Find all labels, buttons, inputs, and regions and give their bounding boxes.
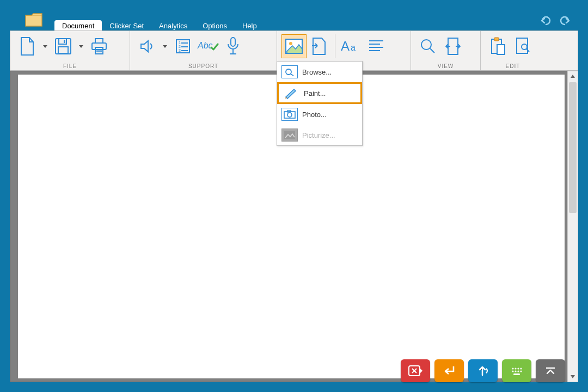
photo-icon bbox=[281, 108, 298, 121]
dropdown-item-paint[interactable]: Paint... bbox=[277, 82, 362, 104]
svg-rect-1 bbox=[59, 39, 66, 44]
scroll-thumb[interactable] bbox=[569, 82, 577, 213]
svg-rect-3 bbox=[64, 40, 65, 43]
group-label-support: SUPPORT bbox=[130, 63, 277, 69]
dropdown-item-browse[interactable]: Browse... bbox=[277, 62, 362, 82]
svg-text:Abc: Abc bbox=[197, 41, 213, 50]
scroll-down-button[interactable] bbox=[568, 372, 578, 382]
svg-rect-32 bbox=[494, 38, 499, 41]
svg-line-44 bbox=[412, 369, 416, 373]
app-folder-icon[interactable] bbox=[25, 12, 42, 27]
svg-point-52 bbox=[514, 370, 516, 372]
svg-rect-42 bbox=[284, 131, 295, 139]
enter-button[interactable] bbox=[434, 359, 464, 382]
keyboard-button[interactable] bbox=[502, 359, 531, 382]
spellcheck-button[interactable]: Abc bbox=[195, 34, 220, 58]
action-bar bbox=[401, 359, 565, 382]
svg-point-54 bbox=[520, 370, 522, 372]
title-bar: Document Clicker Set Analytics Options H… bbox=[0, 0, 588, 30]
svg-text:3: 3 bbox=[179, 48, 181, 52]
dropdown-item-photo[interactable]: Photo... bbox=[277, 104, 362, 125]
svg-text:A: A bbox=[341, 39, 350, 53]
svg-point-35 bbox=[522, 44, 527, 50]
list-button[interactable]: 123 bbox=[170, 34, 195, 58]
svg-rect-4 bbox=[95, 39, 103, 43]
svg-point-51 bbox=[512, 370, 513, 372]
dropdown-label: Browse... bbox=[302, 68, 332, 76]
save-button[interactable] bbox=[51, 34, 76, 58]
tab-help[interactable]: Help bbox=[235, 20, 265, 30]
svg-point-41 bbox=[287, 113, 292, 117]
menu-tabs: Document Clicker Set Analytics Options H… bbox=[54, 19, 265, 30]
browse-icon bbox=[281, 65, 298, 78]
redo-button[interactable] bbox=[559, 14, 572, 29]
page-width-button[interactable] bbox=[440, 34, 465, 58]
svg-rect-39 bbox=[284, 112, 295, 118]
svg-rect-9 bbox=[176, 40, 189, 53]
paint-icon bbox=[283, 87, 299, 100]
group-label-edit: EDIT bbox=[481, 63, 545, 69]
svg-point-48 bbox=[514, 367, 516, 369]
group-edit: EDIT bbox=[481, 31, 545, 70]
svg-rect-2 bbox=[58, 47, 68, 53]
svg-line-45 bbox=[412, 369, 416, 373]
dropdown-label: Paint... bbox=[304, 89, 326, 97]
vertical-scrollbar[interactable] bbox=[567, 71, 578, 382]
paste-button[interactable] bbox=[485, 34, 510, 58]
save-dropdown[interactable] bbox=[76, 34, 87, 58]
find-button[interactable] bbox=[510, 34, 535, 58]
text-page-button[interactable] bbox=[307, 34, 332, 58]
insert-picture-dropdown: Browse... Paint... Photo... Picturize... bbox=[277, 61, 363, 146]
align-button[interactable] bbox=[364, 34, 389, 58]
undo-button[interactable] bbox=[539, 14, 552, 29]
svg-rect-34 bbox=[517, 38, 528, 53]
svg-rect-6 bbox=[95, 47, 103, 54]
group-label-file: FILE bbox=[10, 63, 130, 69]
svg-rect-55 bbox=[513, 373, 520, 375]
svg-rect-17 bbox=[231, 38, 235, 46]
dropdown-item-picturize: Picturize... bbox=[277, 125, 362, 145]
delete-button[interactable] bbox=[401, 359, 430, 382]
microphone-button[interactable] bbox=[220, 34, 246, 58]
zoom-button[interactable] bbox=[415, 34, 440, 58]
group-file: FILE bbox=[10, 31, 130, 70]
dropdown-label: Photo... bbox=[302, 111, 327, 119]
svg-rect-5 bbox=[92, 43, 106, 50]
collapse-button[interactable] bbox=[536, 359, 565, 382]
new-document-button[interactable] bbox=[15, 34, 40, 58]
group-support: 123 Abc SUPPORT bbox=[130, 31, 277, 70]
undo-redo-group bbox=[539, 14, 572, 29]
svg-point-49 bbox=[517, 367, 519, 369]
divider bbox=[335, 34, 335, 58]
tab-document[interactable]: Document bbox=[54, 20, 102, 30]
svg-rect-40 bbox=[287, 111, 291, 112]
print-button[interactable] bbox=[87, 34, 112, 58]
speaker-button[interactable] bbox=[134, 34, 160, 58]
svg-rect-30 bbox=[448, 38, 458, 54]
svg-point-50 bbox=[520, 367, 522, 369]
svg-text:1: 1 bbox=[179, 41, 181, 45]
font-button[interactable]: Aa bbox=[339, 34, 364, 58]
new-document-dropdown[interactable] bbox=[40, 34, 51, 58]
scroll-up-button[interactable] bbox=[568, 71, 578, 81]
tab-clicker-set[interactable]: Clicker Set bbox=[102, 20, 151, 30]
tab-options[interactable]: Options bbox=[195, 20, 235, 30]
svg-text:2: 2 bbox=[179, 45, 181, 48]
svg-point-53 bbox=[517, 370, 519, 372]
svg-rect-43 bbox=[409, 366, 420, 376]
dropdown-label: Picturize... bbox=[302, 131, 335, 139]
group-view: VIEW bbox=[411, 31, 481, 70]
insert-picture-button[interactable] bbox=[281, 34, 307, 58]
svg-point-28 bbox=[421, 40, 431, 50]
svg-line-36 bbox=[526, 49, 529, 52]
tab-analytics[interactable]: Analytics bbox=[151, 20, 195, 30]
svg-point-21 bbox=[289, 42, 292, 45]
speak-button[interactable] bbox=[468, 359, 498, 382]
svg-rect-33 bbox=[497, 45, 505, 54]
group-label-view: VIEW bbox=[411, 63, 480, 69]
picturize-icon bbox=[281, 128, 298, 142]
svg-rect-0 bbox=[56, 39, 71, 54]
speaker-dropdown[interactable] bbox=[160, 34, 170, 58]
svg-rect-31 bbox=[492, 39, 501, 53]
svg-line-38 bbox=[291, 74, 293, 76]
